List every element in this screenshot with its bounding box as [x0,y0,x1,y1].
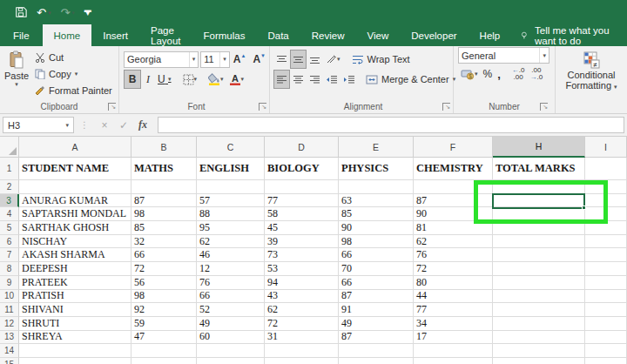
tab-review[interactable]: Review [300,24,356,46]
undo-dropdown-icon[interactable]: ▾ [48,10,51,16]
cell-C9[interactable]: 76 [197,276,265,290]
cell-B3[interactable]: 87 [131,194,197,208]
grow-font-button[interactable]: A▲ [230,50,250,69]
cell-H9[interactable] [493,276,585,290]
cell-D10[interactable]: 43 [265,290,339,304]
row-header-4[interactable]: 4 [0,207,19,221]
cell-D13[interactable]: 31 [265,331,339,345]
cell-F7[interactable]: 76 [414,248,493,262]
insert-function-button[interactable]: fx [133,118,152,131]
cell-I15[interactable] [585,358,627,364]
underline-dropdown-icon[interactable]: ▾ [168,76,172,83]
decrease-decimal-button[interactable]: .00→.0 [527,64,545,84]
cell-A5[interactable]: SARTHAK GHOSH [19,221,131,235]
cell-I9[interactable] [585,276,627,290]
cell-B4[interactable]: 98 [131,207,197,221]
cell-I3[interactable] [585,194,627,208]
name-box-dropdown-icon[interactable]: ▾ [65,122,69,129]
copy-button[interactable]: Copy ▾ [35,65,112,82]
cell-D7[interactable]: 73 [265,248,339,262]
cell-A12[interactable]: SHRUTI [19,317,131,331]
cell-I7[interactable] [585,248,627,262]
cell-A14[interactable] [19,344,131,358]
cell-C8[interactable]: 12 [197,262,265,276]
merge-center-button[interactable]: Merge & Center ▾ [363,70,458,89]
font-name-combo[interactable]: Georgia▾ [124,51,199,68]
cell-A3[interactable]: ANURAG KUMAR [19,194,131,208]
cell-E6[interactable]: 98 [339,235,414,249]
cell-H10[interactable] [493,290,585,304]
accounting-format-button[interactable]: $ ▾ [458,64,481,84]
cell-E11[interactable]: 91 [339,303,414,317]
fill-color-button[interactable]: ▾ [206,70,226,89]
row-header-13[interactable]: 13 [0,331,19,345]
cell-A6[interactable]: NISCHAY [19,235,131,249]
cell-F11[interactable]: 77 [414,303,493,317]
cell-C13[interactable]: 60 [197,331,265,345]
cell-B5[interactable]: 85 [131,221,197,235]
cell-A1[interactable]: STUDENT NAME [19,158,131,180]
cell-H11[interactable] [493,303,585,317]
tab-home[interactable]: Home [43,24,92,46]
cell-H8[interactable] [493,262,585,276]
cell-F2[interactable] [414,180,493,194]
cell-A8[interactable]: DEEPESH [19,262,131,276]
number-dialog-launcher[interactable]: ↘ [540,103,548,111]
cell-A13[interactable]: SHREYA [19,331,131,345]
row-header-11[interactable]: 11 [0,303,19,317]
cell-C2[interactable] [197,180,265,194]
cell-E4[interactable]: 85 [339,207,414,221]
cell-H15[interactable] [493,358,585,364]
name-box[interactable]: H3▾ [3,117,74,133]
tab-insert[interactable]: Insert [91,24,139,46]
cell-C15[interactable] [197,358,265,364]
cell-C10[interactable]: 66 [197,290,265,304]
cell-E13[interactable]: 87 [339,331,414,345]
top-align-button[interactable] [273,50,290,69]
cell-B7[interactable]: 66 [131,248,197,262]
customize-qat-button[interactable]: ▬▾ [84,9,91,17]
align-center-button[interactable] [290,70,307,89]
clipboard-dialog-launcher[interactable]: ↘ [108,103,116,111]
font-size-combo[interactable]: 11▾ [200,51,229,68]
format-painter-button[interactable]: Format Painter [35,82,112,98]
cell-B12[interactable]: 59 [131,317,197,331]
cell-A4[interactable]: SAPTARSHI MONDAL [19,207,131,221]
column-header-A[interactable]: A [19,137,131,158]
cell-F13[interactable]: 17 [414,331,493,345]
row-header-8[interactable]: 8 [0,262,19,276]
cell-E10[interactable]: 87 [339,290,414,304]
cell-D9[interactable]: 94 [265,276,339,290]
cell-E15[interactable] [339,358,414,364]
cell-F3[interactable]: 87 [414,194,493,208]
enter-button[interactable]: ✓ [114,119,133,131]
cell-E7[interactable]: 66 [339,248,414,262]
number-format-combo[interactable]: General▾ [458,47,549,64]
cell-A7[interactable]: AKASH SHARMA [19,248,131,262]
font-color-dropdown-icon[interactable]: ▾ [241,76,245,83]
column-header-C[interactable]: C [197,137,265,158]
cell-F5[interactable]: 81 [414,221,493,235]
cell-E12[interactable]: 49 [339,317,414,331]
borders-button[interactable]: ▾ [180,70,200,89]
cell-F10[interactable]: 44 [414,290,493,304]
cell-A11[interactable]: SHIVANI [19,303,131,317]
tab-data[interactable]: Data [256,24,300,46]
cell-C7[interactable]: 46 [197,248,265,262]
cell-F12[interactable]: 34 [414,317,493,331]
align-right-button[interactable] [307,70,323,89]
cell-C6[interactable]: 62 [197,235,265,249]
accounting-dropdown-icon[interactable]: ▾ [475,71,478,78]
row-header-15[interactable]: 15 [0,358,19,364]
cell-C14[interactable] [197,344,265,358]
cell-C1[interactable]: ENGLISH [197,158,265,180]
cell-H12[interactable] [493,317,585,331]
row-header-9[interactable]: 9 [0,276,19,290]
cell-H14[interactable] [493,344,585,358]
tab-view[interactable]: View [355,24,400,46]
font-dialog-launcher[interactable]: ↘ [259,103,266,111]
row-header-12[interactable]: 12 [0,317,19,331]
copy-dropdown-icon[interactable]: ▾ [75,71,78,78]
cell-I5[interactable] [585,221,627,235]
cell-E1[interactable]: PHYSICS [339,158,414,180]
